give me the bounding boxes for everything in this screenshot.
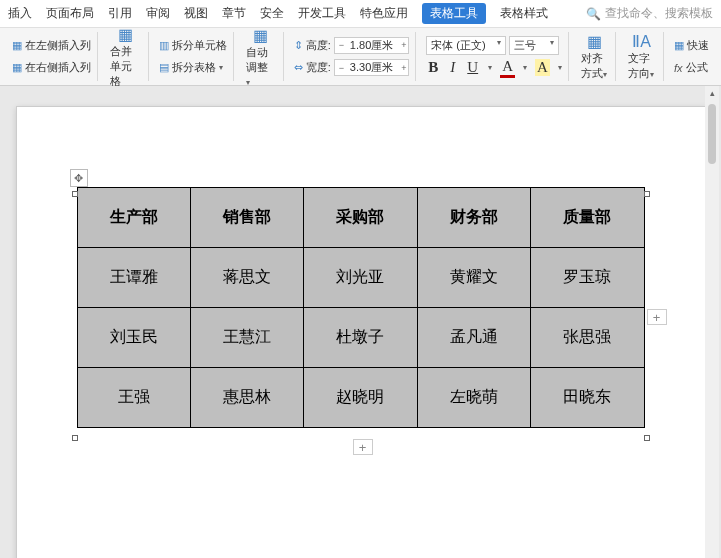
merge-cells-icon: ▦: [113, 25, 137, 44]
text-direction-label: 文字方向: [628, 52, 650, 79]
table-header-cell[interactable]: 采购部: [304, 188, 417, 248]
bold-button[interactable]: B: [426, 59, 440, 76]
minus-icon[interactable]: −: [335, 40, 346, 50]
width-spinner[interactable]: − 3.30厘米 +: [334, 59, 409, 76]
insert-right-label: 在右侧插入列: [25, 60, 91, 75]
scrollbar-thumb[interactable]: [708, 104, 716, 164]
minus-icon[interactable]: −: [335, 63, 346, 73]
quick-button[interactable]: ▦ 快速: [674, 38, 709, 53]
table-header-cell[interactable]: 生产部: [77, 188, 190, 248]
height-spinner[interactable]: − 1.80厘米 +: [334, 37, 409, 54]
chevron-down-icon: ▾: [558, 63, 562, 72]
menu-review[interactable]: 审阅: [146, 5, 170, 22]
height-label: 高度:: [306, 38, 331, 53]
selection-marker[interactable]: [72, 435, 78, 441]
font-group: 宋体 (正文) ▾ 三号 ▾ B I U▾ A▾ A▾: [420, 32, 569, 81]
menu-view[interactable]: 视图: [184, 5, 208, 22]
table-cell[interactable]: 杜墩子: [304, 308, 417, 368]
table-row: 王强 惠思林 赵晓明 左晓萌 田晓东: [77, 368, 644, 428]
menu-table-tools[interactable]: 表格工具: [422, 3, 486, 24]
top-menu: 插入 页面布局 引用 审阅 视图 章节 安全 开发工具 特色应用 表格工具 表格…: [0, 0, 721, 28]
chevron-down-icon: ▾: [497, 38, 501, 47]
font-name-dropdown[interactable]: 宋体 (正文) ▾: [426, 36, 506, 55]
table-move-handle[interactable]: ✥: [70, 169, 88, 187]
italic-button[interactable]: I: [448, 59, 457, 76]
add-column-button[interactable]: +: [647, 309, 667, 325]
table-cell[interactable]: 刘光亚: [304, 248, 417, 308]
ribbon: ▦ 在左侧插入列 ▦ 在右侧插入列 ▦ 合并单元格 ▥ 拆分单元格 ▤ 拆分表格…: [0, 28, 721, 86]
autofit-label: 自动调整: [246, 46, 268, 73]
align-button[interactable]: ▦ 对齐方式▾: [573, 32, 617, 81]
font-color-button[interactable]: A: [500, 58, 515, 78]
size-group: ⇕ 高度: − 1.80厘米 + ⇔ 宽度: − 3.30厘米 +: [288, 32, 416, 81]
table-cell[interactable]: 刘玉民: [77, 308, 190, 368]
table-cell[interactable]: 孟凡通: [417, 308, 530, 368]
insert-right-button[interactable]: ▦ 在右侧插入列: [12, 60, 91, 75]
document-area: ✥ 生产部 销售部 采购部 财务部 质量部 王谭雅 蒋思文 刘光亚 黄耀文 罗玉…: [0, 86, 721, 558]
selection-marker[interactable]: [72, 191, 78, 197]
scroll-up-icon[interactable]: ▴: [705, 86, 719, 100]
table-cell[interactable]: 惠思林: [190, 368, 303, 428]
row-height-icon: ⇕: [294, 39, 303, 52]
chevron-down-icon: ▾: [523, 63, 527, 72]
table-cell[interactable]: 田晓东: [531, 368, 644, 428]
table-cell[interactable]: 王慧江: [190, 308, 303, 368]
table-row: 刘玉民 王慧江 杜墩子 孟凡通 张思强: [77, 308, 644, 368]
chevron-down-icon: ▾: [488, 63, 492, 72]
split-cells-icon: ▥: [159, 39, 169, 52]
menu-table-style[interactable]: 表格样式: [500, 5, 548, 22]
table-cell[interactable]: 蒋思文: [190, 248, 303, 308]
selection-marker[interactable]: [644, 435, 650, 441]
add-row-button[interactable]: +: [353, 439, 373, 455]
width-label: 宽度:: [306, 60, 331, 75]
insert-left-icon: ▦: [12, 39, 22, 52]
misc-group: ▦ 快速 fx 公式: [668, 32, 715, 81]
merge-cells-button[interactable]: ▦ 合并单元格: [102, 32, 149, 81]
menu-section[interactable]: 章节: [222, 5, 246, 22]
page: ✥ 生产部 销售部 采购部 财务部 质量部 王谭雅 蒋思文 刘光亚 黄耀文 罗玉…: [16, 106, 706, 558]
highlight-button[interactable]: A: [535, 59, 550, 76]
selection-marker[interactable]: [644, 191, 650, 197]
split-table-button[interactable]: ▤ 拆分表格 ▾: [159, 60, 227, 75]
menu-security[interactable]: 安全: [260, 5, 284, 22]
text-direction-button[interactable]: ⅡA 文字方向▾: [620, 32, 664, 81]
table-cell[interactable]: 左晓萌: [417, 368, 530, 428]
autofit-button[interactable]: ▦ 自动调整 ▾: [238, 32, 283, 81]
table-cell[interactable]: 王谭雅: [77, 248, 190, 308]
table-header-cell[interactable]: 财务部: [417, 188, 530, 248]
table-cell[interactable]: 王强: [77, 368, 190, 428]
menu-featured[interactable]: 特色应用: [360, 5, 408, 22]
vertical-scrollbar[interactable]: ▴: [705, 86, 719, 558]
plus-icon[interactable]: +: [397, 63, 408, 73]
formula-label: 公式: [686, 60, 708, 75]
split-cells-button[interactable]: ▥ 拆分单元格: [159, 38, 227, 53]
table-cell[interactable]: 赵晓明: [304, 368, 417, 428]
menu-insert[interactable]: 插入: [8, 5, 32, 22]
autofit-icon: ▦: [249, 26, 273, 45]
table-cell[interactable]: 罗玉琼: [531, 248, 644, 308]
chevron-down-icon: ▾: [650, 70, 654, 79]
plus-icon[interactable]: +: [397, 40, 408, 50]
table-cell[interactable]: 张思强: [531, 308, 644, 368]
font-size-value: 三号: [514, 39, 536, 51]
table-header-cell[interactable]: 销售部: [190, 188, 303, 248]
table-cell[interactable]: 黄耀文: [417, 248, 530, 308]
formula-button[interactable]: fx 公式: [674, 60, 709, 75]
menu-page-layout[interactable]: 页面布局: [46, 5, 94, 22]
table-header-cell[interactable]: 质量部: [531, 188, 644, 248]
quick-icon: ▦: [674, 39, 684, 52]
chevron-down-icon: ▾: [550, 38, 554, 47]
search-icon: 🔍: [586, 7, 601, 21]
align-icon: ▦: [582, 32, 606, 51]
insert-left-button[interactable]: ▦ 在左侧插入列: [12, 38, 91, 53]
menu-developer[interactable]: 开发工具: [298, 5, 346, 22]
split-group: ▥ 拆分单元格 ▤ 拆分表格 ▾: [153, 32, 234, 81]
document-table[interactable]: 生产部 销售部 采购部 财务部 质量部 王谭雅 蒋思文 刘光亚 黄耀文 罗玉琼 …: [77, 187, 645, 428]
table-header-row: 生产部 销售部 采购部 财务部 质量部: [77, 188, 644, 248]
menu-reference[interactable]: 引用: [108, 5, 132, 22]
chevron-down-icon: ▾: [603, 70, 607, 79]
chevron-down-icon: ▾: [219, 63, 223, 72]
search-commands[interactable]: 🔍 查找命令、搜索模板: [586, 5, 713, 22]
underline-button[interactable]: U: [465, 59, 480, 76]
font-size-dropdown[interactable]: 三号 ▾: [509, 36, 559, 55]
